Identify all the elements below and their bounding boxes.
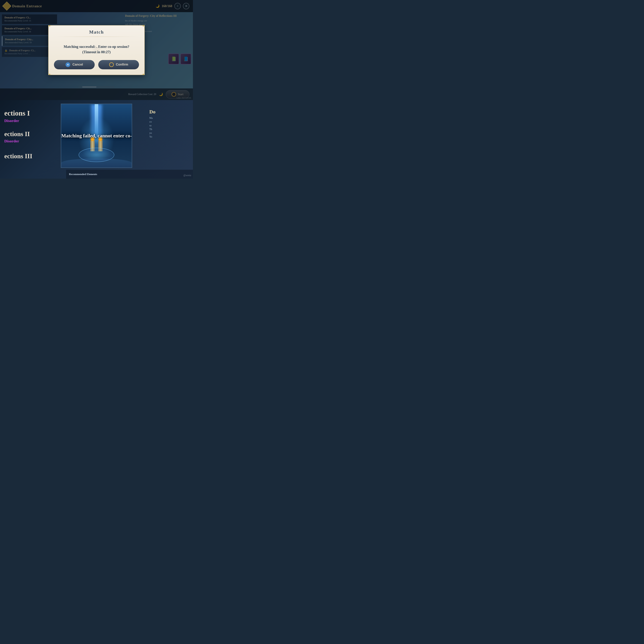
modal-message: Matching successful: . Enter co-op sessi… (56, 44, 137, 55)
o-icon (109, 62, 114, 67)
modal-overlay: ✦ Match Matching successful: . Enter co-… (0, 0, 193, 100)
svg-marker-3 (143, 74, 144, 75)
failure-message-overlay: Matching failed, cannot enter co-op sess… (61, 133, 132, 139)
modal-buttons: ✕ Cancel Confirm (49, 60, 144, 69)
bottom-right-text: MacosaThyoYo (149, 116, 190, 139)
rec-elements-bar: Recommended Elements (66, 170, 193, 179)
cancel-button[interactable]: ✕ Cancel (54, 60, 95, 69)
section1-disorder: Disorder (4, 118, 60, 123)
x-icon: ✕ (66, 62, 70, 67)
bottom-left-panel: ections I Disorder ections II Disorder e… (0, 105, 64, 163)
bottom-panel: ections I Disorder ections II Disorder e… (0, 100, 193, 179)
section2-disorder: Disorder (4, 139, 60, 143)
match-modal: ✦ Match Matching successful: . Enter co-… (48, 25, 145, 75)
bottom-right-title: Do (149, 109, 190, 115)
failure-text: Matching failed, cannot enter co-op sess… (61, 133, 132, 138)
section1-title: ections I (4, 109, 60, 117)
svg-marker-0 (49, 25, 50, 27)
bottom-right-panel: Do MacosaThyoYo (146, 105, 193, 142)
modal-title: Match (49, 26, 144, 37)
confirm-button[interactable]: Confirm (98, 60, 139, 69)
top-panel: Domain Entrance 🌙 160/160 + ✕ Domain of … (0, 0, 193, 100)
watermark: @xenia (183, 174, 191, 177)
portal-circle (79, 148, 114, 162)
cancel-label: Cancel (72, 63, 83, 66)
section3-title: ections III (4, 152, 60, 160)
center-image-panel: Matching failed, cannot enter co-op sess… (61, 104, 132, 168)
modal-corner-br (140, 71, 145, 75)
modal-corner-tl (48, 25, 53, 29)
modal-corner-bl (48, 71, 53, 75)
section2-title: ections II (4, 130, 60, 138)
svg-marker-2 (49, 74, 50, 75)
modal-corner-tr (140, 25, 145, 29)
modal-body: Matching successful: . Enter co-op sessi… (49, 37, 144, 60)
rec-elements-label: Recommended Elements (69, 173, 97, 176)
confirm-label: Confirm (116, 63, 128, 66)
